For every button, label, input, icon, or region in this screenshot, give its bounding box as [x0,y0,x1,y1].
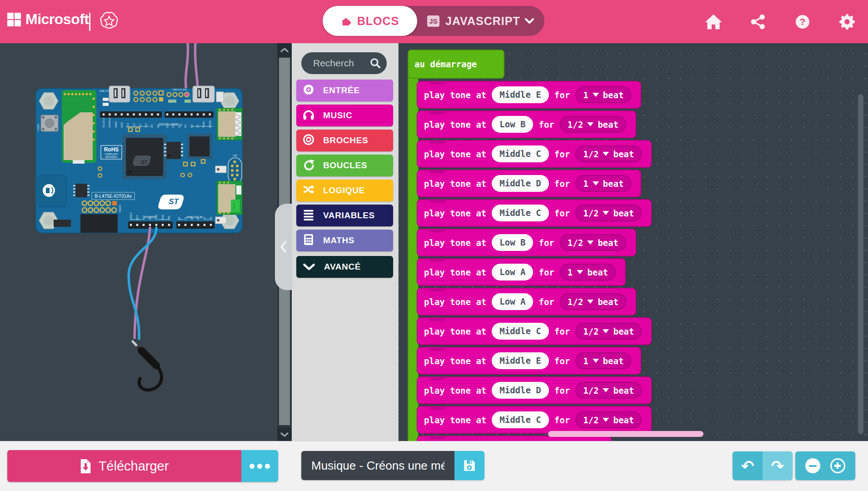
project-name-input[interactable] [301,451,454,480]
category-variables[interactable]: VARIABLES [296,205,393,226]
beat-dropdown[interactable]: 1 beat [575,352,631,369]
category-boucles[interactable]: BOUCLES [296,155,393,176]
category-label: ENTRÉE [323,85,360,95]
workspace-canvas[interactable]: au démarrage play tone at Middle E for 1… [399,43,868,441]
play-tone-block[interactable]: play tone at Middle E for 1 beat [417,347,641,375]
svg-text:USB OTG: USB OTG [100,90,111,92]
block-keyword: play tone at [424,208,486,218]
beat-dropdown[interactable]: 1/2 beat [575,411,642,428]
category-logique[interactable]: LOGIQUE [296,180,393,201]
play-tone-block[interactable]: play tone at Middle D for 1 beat [417,170,641,197]
beat-word: beat [613,208,634,218]
scroll-up-button[interactable] [277,43,292,57]
beat-dropdown[interactable]: 1 beat [575,86,631,103]
beat-dropdown[interactable]: 1/2 beat [560,234,626,251]
wire-blue-gnd [129,228,156,339]
category-maths[interactable]: MATHS [296,230,393,251]
note-field[interactable]: Middle C [492,411,549,428]
workspace-vertical-scrollbar[interactable] [858,94,863,434]
category-broches[interactable]: BROCHES [296,130,393,151]
on-start-block[interactable]: au démarrage [408,50,504,79]
note-field[interactable]: Middle E [492,86,549,103]
beat-dropdown[interactable]: 1 beat [560,264,616,281]
project-name-group [301,451,484,480]
beat-word: beat [603,90,624,100]
share-icon [750,14,766,30]
makecode-star-logo-icon[interactable] [99,11,119,33]
home-button[interactable] [703,13,723,31]
simulator-panel: USER RESET [0,43,277,441]
tab-blocks[interactable]: BLOCS [323,6,417,36]
note-field[interactable]: Middle E [492,352,549,369]
download-label: Télécharger [99,459,169,474]
search-input[interactable] [312,57,369,69]
beat-value: 1/2 [568,297,583,307]
download-button[interactable]: Télécharger [7,450,241,482]
toolbox-collapse-handle[interactable] [275,204,292,290]
workspace-horizontal-scrollbar[interactable] [548,431,703,437]
zoom-group [795,451,855,480]
note-field[interactable]: Low A [492,264,533,281]
note-field[interactable]: Middle D [492,382,549,399]
dropdown-arrow-icon [587,122,594,126]
note-field[interactable]: Middle C [492,323,549,340]
svg-text:PMOD: PMOD [119,205,121,212]
play-tone-block[interactable]: play tone at Middle C for 1/2 beat [417,406,652,434]
play-tone-block[interactable]: play tone at Middle E for 1 beat [417,81,641,109]
share-button[interactable] [748,13,768,31]
microsoft-logo[interactable]: Microsoft [7,11,89,28]
play-tone-block[interactable]: play tone at Low B for 1/2 beat [417,110,636,138]
note-field[interactable]: Low B [492,234,533,251]
beat-dropdown[interactable]: 1/2 beat [575,145,642,162]
block-keyword: for [539,297,554,307]
tab-javascript[interactable]: JS JAVASCRIPT [427,6,520,36]
footer-bar: Télécharger ↶ ↷ [0,441,868,491]
help-button[interactable]: ? [793,13,813,31]
undo-icon: ↶ [741,457,754,475]
note-field[interactable]: Low B [492,116,533,133]
beat-dropdown[interactable]: 1/2 beat [575,382,642,399]
beat-word: beat [613,386,634,396]
zoom-in-button[interactable] [830,458,845,473]
note-field[interactable]: Middle D [492,175,549,192]
play-tone-block[interactable]: play tone at Middle C for 1/2 beat [417,199,652,227]
wire-purple-stlink [185,43,188,95]
category-label: BROCHES [323,135,368,145]
note-field[interactable]: Low A [492,293,533,310]
note-field[interactable]: Middle C [492,205,549,221]
play-tone-block[interactable]: play tone at Low A for 1 beat [417,258,626,286]
download-more-button[interactable] [241,450,278,482]
play-tone-block[interactable]: play tone at Middle C for 1/2 beat [417,140,652,168]
play-tone-block[interactable]: play tone at Low B for 1/2 beat [417,229,636,256]
search-box[interactable] [301,52,387,74]
category-advanced[interactable]: AVANCÉ [296,256,393,278]
beat-dropdown[interactable]: 1/2 beat [575,323,642,340]
beat-value: 1 [583,90,588,100]
scroll-down-button[interactable] [277,428,292,441]
undo-button[interactable]: ↶ [733,451,763,480]
category-music[interactable]: MUSIC [296,105,393,126]
dropdown-arrow-icon [593,181,599,185]
beat-dropdown[interactable]: 1/2 beat [575,205,642,221]
redo-button[interactable]: ↷ [763,451,793,480]
settings-button[interactable] [837,13,857,31]
download-group: Télécharger [7,450,278,482]
zoom-out-button[interactable] [805,458,820,473]
play-tone-block[interactable]: play tone at Low A for 1/2 beat [417,288,636,316]
note-field[interactable]: Middle C [492,145,549,162]
block-keyword: play tone at [424,179,486,189]
block-keyword: for [554,208,570,218]
beat-dropdown[interactable]: 1/2 beat [560,116,626,133]
beat-dropdown[interactable]: 1 beat [575,175,631,192]
svg-text:GND: GND [120,122,123,128]
play-tone-block[interactable]: play tone at Middle C for 1/2 beat [417,317,652,345]
target-icon [303,134,314,147]
editor-toggle-dropdown[interactable] [524,18,534,26]
svg-text:POWER: POWER [145,215,156,219]
save-button[interactable] [454,451,484,480]
block-keyword: for [554,386,570,396]
play-tone-block[interactable]: play tone at Middle D for 1/2 beat [417,376,652,404]
category-entree[interactable]: ENTRÉE [296,80,393,101]
beat-dropdown[interactable]: 1/2 beat [560,293,626,310]
shuffle-icon [303,184,314,197]
